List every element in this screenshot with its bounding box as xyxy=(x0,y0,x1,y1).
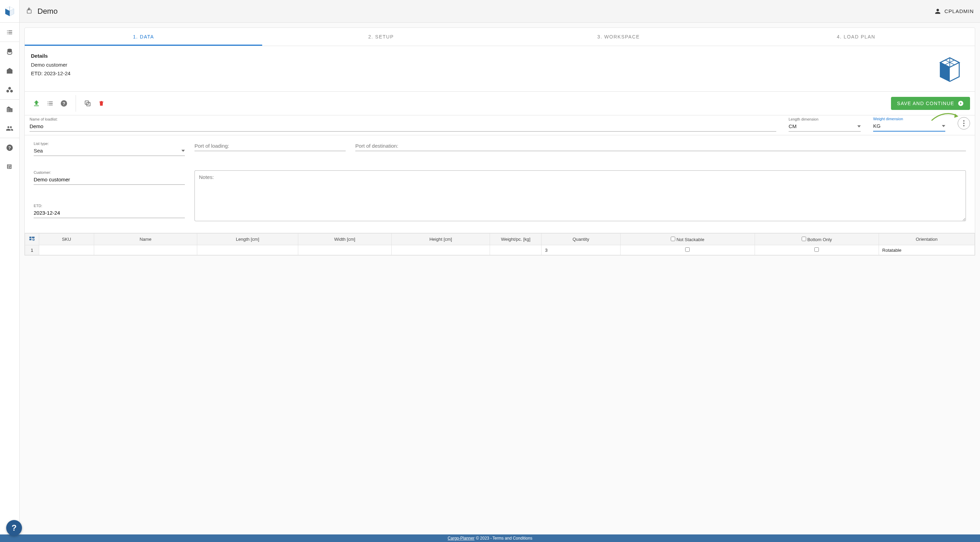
help-fab[interactable]: ? xyxy=(6,520,22,536)
table-config-header[interactable] xyxy=(25,234,39,245)
bulk-list-button[interactable] xyxy=(43,97,57,110)
col-not-stackable[interactable]: Not Stackable xyxy=(620,234,755,245)
customer-input[interactable] xyxy=(34,175,185,185)
loadlist-name-input[interactable] xyxy=(30,122,776,132)
cell-weight[interactable] xyxy=(490,245,541,255)
sidebar-item-users[interactable] xyxy=(0,119,19,138)
sidebar-item-warehouse[interactable] xyxy=(0,61,19,80)
footer: Cargo-Planner © 2023 - Terms and Conditi… xyxy=(0,534,980,542)
sidebar-item-list[interactable] xyxy=(0,23,19,42)
port-of-loading-field xyxy=(194,141,346,156)
etd-label: ETD: xyxy=(34,204,185,208)
cell-width[interactable] xyxy=(298,245,391,255)
cell-not-stackable[interactable] xyxy=(620,245,755,255)
cube-illustration xyxy=(931,51,969,86)
more-options-button[interactable] xyxy=(958,117,970,129)
col-orientation[interactable]: Orientation xyxy=(879,234,975,245)
length-dimension-field: Length dimension CM xyxy=(789,117,861,132)
toolbar: ? SAVE AND CONTINUE xyxy=(24,92,975,115)
sidebar: ? xyxy=(0,0,19,542)
topbar: Demo CPLADMIN xyxy=(19,0,980,23)
svg-point-21 xyxy=(963,122,964,124)
svg-point-22 xyxy=(963,125,964,126)
chevron-down-icon xyxy=(181,150,185,152)
page-title: Demo xyxy=(37,7,58,16)
port-of-destination-field xyxy=(355,141,966,156)
cell-sku[interactable] xyxy=(39,245,94,255)
col-length[interactable]: Length [cm] xyxy=(197,234,298,245)
cell-length[interactable] xyxy=(197,245,298,255)
cell-bottom-only[interactable] xyxy=(755,245,879,255)
notes-textarea[interactable] xyxy=(194,170,966,221)
length-dimension-label: Length dimension xyxy=(789,117,861,121)
notes-field xyxy=(194,170,966,223)
col-sku[interactable]: SKU xyxy=(39,234,94,245)
tab-loadplan[interactable]: 4. LOAD PLAN xyxy=(737,28,975,46)
port-of-destination-input[interactable] xyxy=(355,141,966,151)
share-icon[interactable] xyxy=(26,7,33,16)
col-width[interactable]: Width [cm] xyxy=(298,234,391,245)
row-number: 1 xyxy=(25,245,39,255)
upload-button[interactable] xyxy=(30,97,43,110)
details-card: Details Demo customer ETD: 2023-12-24 xyxy=(24,46,975,92)
app-logo[interactable] xyxy=(0,0,19,23)
bottom-only-checkbox[interactable] xyxy=(815,247,819,252)
svg-point-26 xyxy=(33,239,34,241)
col-quantity[interactable]: Quantity xyxy=(541,234,620,245)
list-type-select[interactable]: Sea xyxy=(34,146,185,156)
list-type-label: List type: xyxy=(34,141,185,146)
svg-point-20 xyxy=(963,120,964,122)
col-bottom-only[interactable]: Bottom Only xyxy=(755,234,879,245)
details-panel: List type: Sea Customer: ETD xyxy=(24,135,975,233)
svg-rect-8 xyxy=(27,10,31,13)
cargo-table: SKU Name Length [cm] Width [cm] Height [… xyxy=(24,233,975,256)
details-etd: ETD: 2023-12-24 xyxy=(31,69,70,78)
tab-setup[interactable]: 2. SETUP xyxy=(262,28,500,46)
step-tabs: 1. DATA 2. SETUP 3. WORKSPACE 4. LOAD PL… xyxy=(24,27,975,46)
help-button[interactable]: ? xyxy=(57,97,71,110)
chevron-down-icon xyxy=(942,125,945,127)
col-weight[interactable]: Weight/pc. [kg] xyxy=(490,234,541,245)
copy-button[interactable] xyxy=(81,97,94,110)
table-row[interactable]: 1 3 Rotatable xyxy=(25,245,975,255)
tab-data[interactable]: 1. DATA xyxy=(25,28,262,46)
svg-text:?: ? xyxy=(8,145,11,151)
footer-terms[interactable]: Terms and Conditions xyxy=(492,536,532,540)
user-menu[interactable]: CPLADMIN xyxy=(934,8,974,15)
list-type-field: List type: Sea xyxy=(34,141,185,156)
loadlist-name-field: Name of loadlist: xyxy=(30,117,776,132)
sidebar-item-company[interactable] xyxy=(0,100,19,119)
cell-quantity[interactable]: 3 xyxy=(541,245,620,255)
cell-orientation[interactable]: Rotatable xyxy=(879,245,975,255)
customer-field: Customer: xyxy=(34,170,185,189)
svg-rect-24 xyxy=(32,237,35,238)
etd-field: ETD: xyxy=(34,204,185,223)
delete-button[interactable] xyxy=(94,97,108,110)
more-vert-icon xyxy=(963,120,964,126)
toolbar-divider xyxy=(76,95,76,111)
cell-name[interactable] xyxy=(94,245,197,255)
customer-label: Customer: xyxy=(34,170,185,175)
not-stackable-header-checkbox[interactable] xyxy=(671,237,675,241)
col-name[interactable]: Name xyxy=(94,234,197,245)
details-customer: Demo customer xyxy=(31,60,70,69)
svg-rect-25 xyxy=(30,239,32,240)
chevron-down-icon xyxy=(858,126,861,127)
length-dimension-select[interactable]: CM xyxy=(789,122,861,132)
cell-height[interactable] xyxy=(391,245,490,255)
bottom-only-header-checkbox[interactable] xyxy=(802,237,806,241)
sidebar-item-help[interactable]: ? xyxy=(0,138,19,157)
save-continue-button[interactable]: SAVE AND CONTINUE xyxy=(891,97,970,110)
user-name: CPLADMIN xyxy=(944,8,974,14)
tab-workspace[interactable]: 3. WORKSPACE xyxy=(500,28,737,46)
primary-fields: Name of loadlist: Length dimension CM We… xyxy=(24,115,975,135)
sidebar-item-database[interactable] xyxy=(0,42,19,61)
sidebar-item-packages[interactable] xyxy=(0,80,19,100)
sidebar-item-news[interactable] xyxy=(0,157,19,176)
footer-link[interactable]: Cargo-Planner xyxy=(448,536,474,540)
loadlist-name-label: Name of loadlist: xyxy=(30,117,776,121)
port-of-loading-input[interactable] xyxy=(194,141,346,151)
etd-input[interactable] xyxy=(34,208,185,218)
col-height[interactable]: Height [cm] xyxy=(391,234,490,245)
not-stackable-checkbox[interactable] xyxy=(685,247,690,252)
